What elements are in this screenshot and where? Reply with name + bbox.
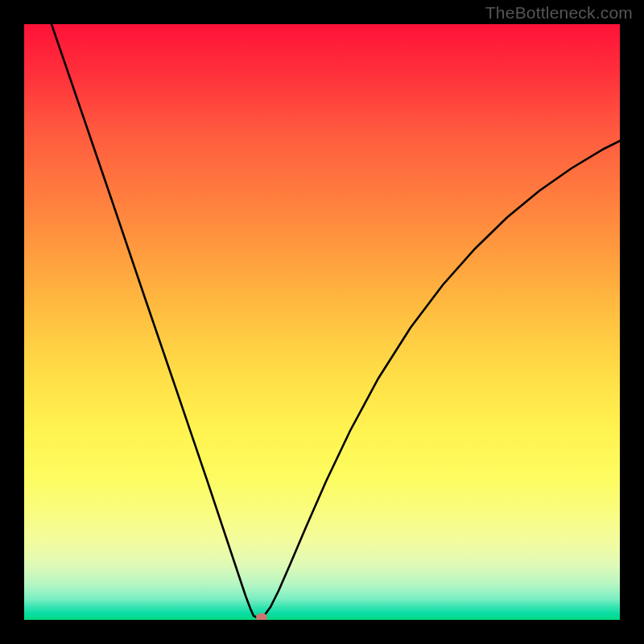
minimum-marker [256,613,267,621]
curve-svg [24,24,620,620]
bottleneck-curve [52,24,620,618]
plot-area [24,24,620,620]
watermark-text: TheBottleneck.com [485,3,633,23]
